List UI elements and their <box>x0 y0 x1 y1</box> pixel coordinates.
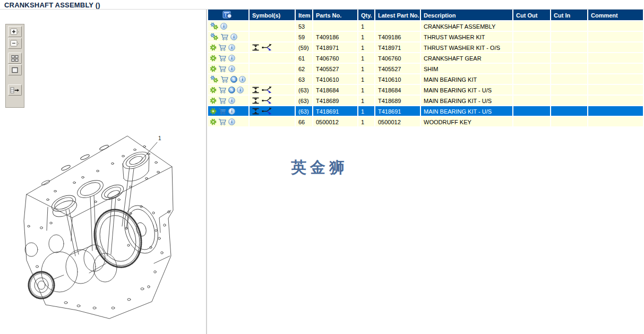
info-icon[interactable]: i <box>230 33 237 40</box>
tile-view-button[interactable] <box>8 53 22 64</box>
add-gears-icon[interactable] <box>210 33 219 40</box>
latest-part-no-cell: T418691 <box>375 106 421 117</box>
cart-icon[interactable] <box>218 87 227 93</box>
page-title: CRANKSHAFT ASSEMBLY () <box>4 1 100 9</box>
table-row[interactable]: i(63)T4186911T418691MAIN BEARING KIT - U… <box>208 106 644 117</box>
zoom-out-button[interactable] <box>8 38 22 49</box>
cart-icon[interactable] <box>218 118 227 125</box>
symbols-cell <box>250 74 296 85</box>
info-icon[interactable]: i <box>228 44 235 51</box>
comment-cell <box>588 74 644 85</box>
parts-no-cell: T418971 <box>313 42 358 53</box>
export-list-button[interactable] <box>8 84 22 96</box>
row-actions-cell: i <box>208 32 250 42</box>
cart-icon[interactable] <box>218 108 227 115</box>
latest-part-no-cell: T418971 <box>375 42 421 53</box>
comment-cell <box>588 21 644 32</box>
cut-in-cell <box>551 96 588 106</box>
description-cell: THRUST WASHER KIT - O/S <box>421 42 513 53</box>
parts-no-cell: T418684 <box>313 85 358 96</box>
info-icon[interactable]: i <box>228 97 235 104</box>
fit-view-button[interactable] <box>8 64 22 75</box>
parts-no-cell: T418689 <box>313 96 358 106</box>
row-actions-cell: i <box>208 96 250 106</box>
table-row[interactable]: i61T4067601T406760CRANKSHAFT GEAR <box>208 53 644 64</box>
table-row[interactable]: i62T4055271T405527SHIM <box>208 64 644 74</box>
header-symbols: Symbol(s) <box>250 10 296 21</box>
cut-out-cell <box>513 96 551 106</box>
table-row[interactable]: Si(63)T4186841T418684MAIN BEARING KIT - … <box>208 85 644 96</box>
table-row[interactable]: i(59)T4189711T418971THRUST WASHER KIT - … <box>208 42 644 53</box>
gear-icon[interactable] <box>210 118 217 125</box>
gear-icon[interactable] <box>210 108 217 115</box>
info-icon[interactable]: i <box>239 76 246 83</box>
cart-icon[interactable] <box>220 76 229 83</box>
description-cell: SHIM <box>421 64 513 74</box>
alternative-symbol-icon <box>262 86 272 93</box>
latest-part-no-cell: T409186 <box>375 32 421 42</box>
description-cell: CRANKSHAFT ASSEMBLY <box>421 21 513 32</box>
gear-icon[interactable] <box>210 65 217 72</box>
item-cell: 53 <box>296 21 313 32</box>
info-icon[interactable]: i <box>228 108 235 115</box>
gear-icon[interactable] <box>210 44 217 51</box>
table-row[interactable]: i66050001210500012WOODRUFF KEY <box>208 117 644 127</box>
gear-icon[interactable] <box>210 55 217 62</box>
row-actions-cell: i <box>208 53 250 64</box>
description-cell: WOODRUFF KEY <box>421 117 513 127</box>
latest-part-no-cell: T405527 <box>375 64 421 74</box>
s-badge-icon[interactable]: S <box>230 76 237 83</box>
qty-cell: 1 <box>358 32 375 42</box>
table-row[interactable]: Si63T4106101T410610MAIN BEARING KIT <box>208 74 644 85</box>
s-badge-icon[interactable]: S <box>228 87 235 93</box>
header-qty: Qty. <box>358 10 375 21</box>
parts-no-cell: T409186 <box>313 32 358 42</box>
description-cell: MAIN BEARING KIT - U/S <box>421 96 513 106</box>
info-icon[interactable]: i <box>220 23 227 30</box>
cart-icon[interactable] <box>220 33 229 40</box>
zoom-in-button[interactable] <box>8 26 22 37</box>
parts-no-cell: T418691 <box>313 106 358 117</box>
symbols-cell <box>250 21 296 32</box>
header-cut-out: Cut Out <box>513 10 551 21</box>
info-icon[interactable]: i <box>228 55 235 62</box>
gear-icon[interactable] <box>210 87 217 93</box>
description-cell: MAIN BEARING KIT - U/S <box>421 106 513 117</box>
panel-divider <box>206 10 207 334</box>
row-actions-cell: i <box>208 106 250 117</box>
cut-out-cell <box>513 53 551 64</box>
header-description: Description <box>421 10 513 21</box>
add-gears-icon[interactable] <box>210 75 219 83</box>
cut-out-cell <box>513 32 551 42</box>
info-icon[interactable]: i <box>228 118 235 125</box>
latest-part-no-cell: 0500012 <box>375 117 421 127</box>
table-row[interactable]: i59T4091861T409186THRUST WASHER KIT <box>208 32 644 42</box>
cut-in-cell <box>551 53 588 64</box>
table-row[interactable]: i(63)T4186891T418689MAIN BEARING KIT - U… <box>208 96 644 106</box>
add-gears-icon[interactable] <box>210 22 219 30</box>
gear-icon[interactable] <box>210 97 217 104</box>
comment-cell <box>588 53 644 64</box>
latest-part-no-cell: T406760 <box>375 53 421 64</box>
header-item: Item <box>296 10 313 21</box>
header-icons-column <box>208 10 250 21</box>
comment-cell <box>588 85 644 96</box>
info-icon[interactable]: i <box>228 65 235 72</box>
description-cell: MAIN BEARING KIT <box>421 74 513 85</box>
item-cell: (63) <box>296 85 313 96</box>
qty-cell: 1 <box>358 74 375 85</box>
cart-icon[interactable] <box>218 65 227 72</box>
engine-block-drawing: 1 <box>15 130 193 327</box>
cart-icon[interactable] <box>218 97 227 104</box>
symbols-cell <box>250 53 296 64</box>
cart-icon[interactable] <box>218 55 227 62</box>
table-row[interactable]: i531CRANKSHAFT ASSEMBLY <box>208 21 644 32</box>
qty-cell: 1 <box>358 96 375 106</box>
latest-part-no-cell: T418684 <box>375 85 421 96</box>
cut-in-cell <box>551 106 588 117</box>
cart-icon[interactable] <box>218 44 227 51</box>
qty-cell: 1 <box>358 42 375 53</box>
info-icon[interactable]: i <box>237 87 244 93</box>
comment-cell <box>588 117 644 127</box>
latest-part-no-cell: T410610 <box>375 74 421 85</box>
